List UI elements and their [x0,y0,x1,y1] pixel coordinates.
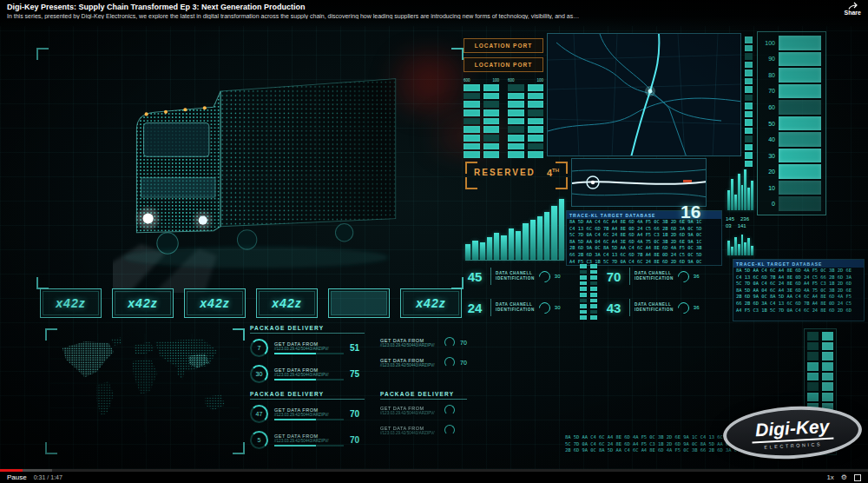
location-port-gauges: 600100 600100 [464,78,543,158]
bar-chart [465,198,564,261]
code-box-row: x42zx42zx42zx42zx42z [40,288,462,318]
video-title: Digi-Key Presents: Supply Chain Transfor… [7,3,861,11]
gauge-bar [779,132,821,147]
package-row: 47 GET DATA FROM//123.03.29.42/50443/ARZ… [250,405,380,423]
package-delivery-panel: PACKAGE DELIVERY GET DATA FROM//123.03.2… [380,391,476,445]
data-channel-panel: 43 DATA CHANELLIDENTIFICATION 36 [602,294,724,321]
gauge-bar [779,116,821,131]
package-row: 30 GET DATA FROM//123.03.29.42/50443/ARZ… [250,365,380,383]
share-button[interactable]: Share [845,2,861,16]
segment-gauge [508,84,524,158]
package-delivery-side: GET DATA FROM//123.03.29.42/50443/ARZIPV… [380,337,469,377]
code-box: x42z [40,288,102,318]
player-controls: Pause 0:31/1:47 1x ⚙ [0,469,868,483]
arc-gauge-icon [444,357,455,367]
circular-gauge: 47 [250,405,268,423]
hex-row: C4 13 6C 6D 7B A4 8E 0D 24 C5 66 2B 6D 3… [733,275,864,281]
video-info-overlay: Digi-Key Presents: Supply Chain Transfor… [0,0,868,30]
code-box [328,288,390,318]
playback-speed-button[interactable]: 1x [826,473,833,481]
location-port-header: LOCATION PORT [464,38,543,53]
hex-row: 8A 5D AA 04 6C A4 3E 6D 4A 75 0C 3B 2D 6… [567,239,721,246]
data-channel-panel: 70 DATA CHANELLIDENTIFICATION 36 [602,263,724,289]
progress-buffered [23,469,52,472]
gauge-bar [779,68,821,83]
package-delivery-panel: PACKAGE DELIVERY 47 GET DATA FROM//123.0… [250,391,380,457]
video-surface[interactable]: LOCATION PORT LOCATION PORT 600100 60010… [0,0,868,469]
arc-gauge-icon [444,425,455,435]
city-map-panel [547,33,741,156]
arc-gauge-icon [675,300,691,315]
gauge-bar [779,36,821,50]
hex-row: 2B 6D 9A 0C 8A 5D AA C4 6C A4 8E 6D 4A F… [733,294,864,301]
hex-row: A4 F5 C3 1B 5C 7D 0A C4 6C 24 8E 6D 2D 6… [733,308,864,314]
hex-row: 8A 5D AA C4 6C A4 8E 6D 4A F5 0C 3B 2D 6… [733,268,864,275]
hex-row: 8A 5D AA 04 6C A4 3E 6D 4A 75 0C 3B 2D 6… [733,288,864,294]
location-port-header: LOCATION PORT [464,57,543,72]
segment-strip [590,264,597,320]
arc-gauge-icon [444,337,455,347]
big-readout: 16 [681,202,700,222]
world-map [45,328,245,454]
hex-row: 66 2B 6D 3A C4 13 6C 6D 7B A4 8E 0D 24 C… [567,252,721,259]
progress-watched [0,469,23,472]
segment-gauge [483,84,500,158]
hex-database-panel: TRACE-KL TARGET DATABASE 8A 5D AA C4 6C … [733,259,865,321]
package-row: 5 GET DATA FROM//123.03.29.42/50443/ARZI… [250,431,380,449]
mini-bar-chart [727,231,753,255]
segment-strip [745,36,753,167]
package-delivery-panel: PACKAGE DELIVERY 7 GET DATA FROM//123.03… [250,325,380,391]
gauge-bar [779,100,821,115]
arc-gauge-icon [675,268,691,284]
code-box: x42z [112,288,174,318]
package-row: GET DATA FROM//123.03.29.42/50443/ARZIPV… [380,337,469,347]
hex-row: 2B 6D 9A 0C 8A 5D AA C4 6C A4 8E 6D 4A F… [567,245,721,252]
pause-button[interactable]: Pause [7,473,27,481]
video-description: In this series, presented by Digi-Key El… [7,13,580,19]
package-row: GET DATA FROM//123.03.29.42/50443/ARZIPV… [380,357,469,367]
mini-bar-chart [727,165,753,210]
arc-gauge-icon [444,405,455,415]
gauge-bar [779,164,821,179]
gauge-bar [779,196,821,211]
hex-row: 66 2B 6D 3A C4 13 6C 6D 7B A4 8E 0D 24 C… [733,301,864,308]
settings-gear-icon[interactable]: ⚙ [841,473,847,481]
circular-gauge: 30 [250,365,268,383]
package-row: GET DATA FROM//123.03.29.42/50443/ARZIPV… [380,425,476,435]
reserved-panel: RESERVED 4TH [465,162,568,189]
progress-bar[interactable] [0,469,868,472]
video-player: LOCATION PORT LOCATION PORT 600100 60010… [0,0,868,483]
time-display: 0:31/1:47 [34,474,62,480]
gauge-bar [779,52,821,67]
gauge-bar [779,84,821,99]
gauge-bar [779,181,821,195]
arc-gauge-icon [536,268,552,284]
data-channel-panel: 45 DATA CHANELLIDENTIFICATION 30 [464,263,575,289]
arc-gauge-icon [536,300,552,315]
numeric-readouts: 145236 03141 [726,215,749,229]
hex-row: 5C 7D 0A C4 6C 24 8E 6D A4 F5 C3 1B 2D 6… [567,232,721,239]
code-box: x42z [400,288,462,318]
segment-strip [580,264,587,320]
level-gauge: 1009080706050403020100 [757,31,826,215]
share-icon [848,2,858,10]
hex-row: C4 13 6C 6D 7B A4 8E 0D 24 C5 66 2B 6D 3… [567,226,721,233]
code-box: x42z [256,288,318,318]
code-box: x42z [184,288,246,318]
segment-gauge [528,84,544,158]
segment-gauge [464,84,480,158]
hex-row: 5C 7D 0A C4 6C 24 8E 6D A4 F5 C3 1B 2D 6… [733,281,864,288]
route-map-panel [571,158,707,207]
fullscreen-icon[interactable] [854,474,861,481]
package-row: 7 GET DATA FROM//123.03.29.42/50443/ARZI… [250,339,380,357]
package-row: GET DATA FROM//123.03.29.42/50443/ARZIPV… [380,405,476,415]
gauge-bar [779,149,821,163]
circular-gauge: 7 [250,339,268,357]
truck-frame-brackets [36,48,464,289]
circular-gauge: 5 [250,431,268,449]
data-channel-panel: 24 DATA CHANELLIDENTIFICATION 30 [464,294,575,321]
